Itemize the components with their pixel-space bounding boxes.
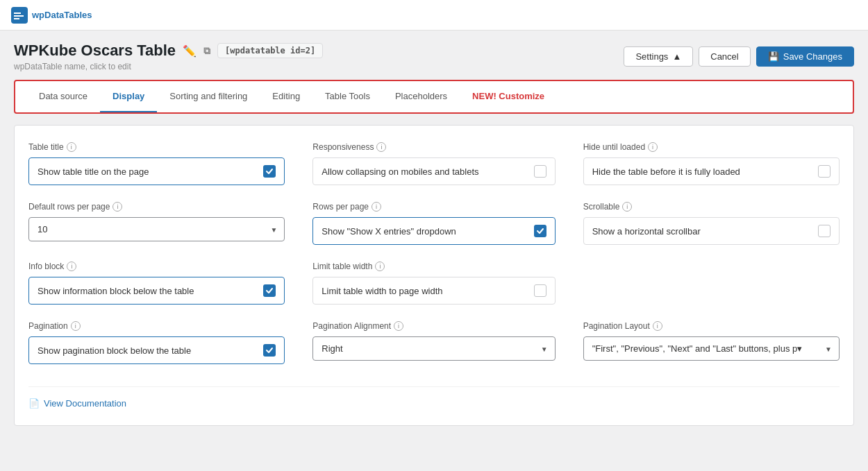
table-title-label: Table title i (28, 142, 285, 152)
main-content: WPKube Oscars Table ✏️ ⧉ [wpdatatable id… (0, 31, 868, 437)
info-block-checkbox[interactable] (263, 284, 276, 297)
hide-until-loaded-checkbox[interactable] (818, 165, 831, 178)
logo-icon (11, 7, 28, 24)
page-title-section: WPKube Oscars Table ✏️ ⧉ [wpdatatable id… (14, 42, 624, 71)
hide-until-loaded-col: Hide until loaded i Hide the table befor… (569, 142, 840, 202)
pagination-layout-select[interactable]: "First", "Previous", "Next" and "Last" b… (584, 337, 839, 360)
settings-label: Settings (635, 51, 668, 62)
page-subtitle: wpDataTable name, click to edit (14, 62, 624, 71)
limit-table-width-checkbox[interactable] (534, 284, 546, 297)
tabs-container: Data source Display Sorting and filterin… (14, 80, 854, 114)
tab-data-source[interactable]: Data source (26, 81, 100, 112)
responsiveness-value: Allow collapsing on mobiles and tablets (322, 166, 526, 177)
cancel-label: Cancel (710, 51, 738, 62)
svg-rect-1 (14, 12, 21, 14)
table-title-field: Table title i Show table title on the pa… (28, 142, 285, 185)
info-block-field: Info block i Show information block belo… (28, 262, 285, 305)
info-block-label: Info block i (28, 262, 285, 271)
save-button[interactable]: 💾 Save Changes (756, 46, 854, 67)
hide-until-loaded-field: Hide until loaded i Hide the table befor… (583, 142, 840, 185)
limit-table-width-row: Limit table width to page width (312, 277, 555, 305)
info-block-info-icon[interactable]: i (67, 262, 76, 271)
rows-per-page-checkbox[interactable] (534, 225, 546, 237)
pagination-field: Pagination i Show pagination block below… (28, 321, 285, 364)
scrollable-col: Scrollable i Show a horizontal scrollbar (569, 202, 840, 262)
rows-per-page-field: Rows per page i Show "Show X entries" dr… (312, 202, 555, 245)
settings-row-4: Pagination i Show pagination block below… (28, 321, 840, 381)
default-rows-field: Default rows per page i 10 ▼ (28, 202, 285, 241)
settings-button[interactable]: Settings ▲ (624, 46, 693, 67)
save-icon: 💾 (768, 51, 779, 62)
rows-per-page-label: Rows per page i (312, 202, 555, 212)
tab-placeholders[interactable]: Placeholders (383, 81, 460, 112)
pagination-alignment-field: Pagination Alignment i Right Left Center… (312, 321, 555, 361)
limit-table-width-col: Limit table width i Limit table width to… (299, 262, 569, 321)
svg-rect-2 (14, 15, 24, 17)
page-title-row: WPKube Oscars Table ✏️ ⧉ [wpdatatable id… (14, 42, 624, 60)
table-title-checkbox[interactable] (263, 165, 276, 178)
responsiveness-info-icon[interactable]: i (376, 142, 386, 152)
rows-per-page-info-icon[interactable]: i (372, 202, 381, 212)
rows-per-page-row: Show "Show X entries" dropdown (312, 217, 555, 245)
pagination-info-icon[interactable]: i (71, 321, 81, 331)
rows-per-page-value: Show "Show X entries" dropdown (322, 226, 533, 237)
tabs: Data source Display Sorting and filterin… (15, 81, 853, 112)
table-title-value: Show table title on the page (37, 166, 256, 177)
info-block-value: Show information block below the table (37, 286, 256, 296)
responsiveness-label: Responsiveness i (312, 142, 555, 152)
chevron-up-icon: ▲ (672, 51, 681, 62)
scrollable-checkbox[interactable] (818, 225, 831, 237)
doc-link[interactable]: 📄 View Documentation (28, 386, 840, 409)
pagination-alignment-select[interactable]: Right Left Center (313, 337, 554, 360)
limit-table-width-value: Limit table width to page width (322, 286, 526, 296)
responsiveness-field: Responsiveness i Allow collapsing on mob… (312, 142, 555, 185)
copy-icon[interactable]: ⧉ (203, 45, 210, 57)
info-block-col: Info block i Show information block belo… (28, 262, 299, 321)
default-rows-col: Default rows per page i 10 ▼ (28, 202, 299, 262)
table-title-col: Table title i Show table title on the pa… (28, 142, 299, 202)
responsiveness-checkbox[interactable] (534, 165, 546, 178)
responsiveness-row: Allow collapsing on mobiles and tablets (312, 157, 555, 185)
tab-table-tools[interactable]: Table Tools (312, 81, 383, 112)
edit-title-icon[interactable]: ✏️ (183, 44, 197, 58)
default-rows-select-wrapper: 10 ▼ (28, 217, 285, 241)
hide-until-loaded-value: Hide the table before it is fully loaded (592, 166, 811, 177)
header-actions: Settings ▲ Cancel 💾 Save Changes (624, 46, 854, 67)
hide-until-loaded-label: Hide until loaded i (583, 142, 840, 152)
pagination-alignment-info-icon[interactable]: i (394, 321, 403, 331)
default-rows-label: Default rows per page i (28, 202, 285, 212)
scrollable-row: Show a horizontal scrollbar (583, 217, 840, 245)
table-title-info-icon[interactable]: i (67, 142, 76, 152)
scrollable-info-icon[interactable]: i (622, 202, 632, 212)
default-rows-info-icon[interactable]: i (112, 202, 122, 212)
cancel-button[interactable]: Cancel (699, 46, 750, 67)
pagination-layout-select-wrapper: "First", "Previous", "Next" and "Last" b… (583, 336, 840, 361)
page-header: WPKube Oscars Table ✏️ ⧉ [wpdatatable id… (14, 42, 854, 71)
hide-until-loaded-info-icon[interactable]: i (648, 142, 658, 152)
page-title: WPKube Oscars Table (14, 42, 176, 60)
default-rows-select[interactable]: 10 (29, 218, 284, 241)
tab-editing[interactable]: Editing (260, 81, 312, 112)
limit-table-width-label: Limit table width i (312, 262, 555, 271)
empty-col-3 (569, 262, 840, 321)
info-block-row: Show information block below the table (28, 277, 285, 305)
svg-rect-3 (14, 18, 19, 19)
brand-name: wpDataTables (32, 10, 92, 20)
hide-until-loaded-row: Hide the table before it is fully loaded (583, 157, 840, 185)
pagination-layout-info-icon[interactable]: i (653, 321, 662, 331)
tab-sorting[interactable]: Sorting and filtering (157, 81, 260, 112)
pagination-checkbox[interactable] (263, 344, 276, 357)
shortcode-badge: [wpdatatable id=2] (217, 43, 323, 58)
responsiveness-col: Responsiveness i Allow collapsing on mob… (299, 142, 569, 202)
tab-display[interactable]: Display (100, 81, 157, 112)
top-bar: wpDataTables (0, 0, 868, 31)
limit-table-width-info-icon[interactable]: i (375, 262, 385, 271)
pagination-col: Pagination i Show pagination block below… (28, 321, 299, 381)
tab-customize[interactable]: NEW! Customize (460, 81, 557, 112)
pagination-row: Show pagination block below the table (28, 336, 285, 364)
doc-link-label: View Documentation (44, 398, 126, 409)
pagination-label: Pagination i (28, 321, 285, 331)
pagination-alignment-label: Pagination Alignment i (312, 321, 555, 331)
table-title-row: Show table title on the page (28, 157, 285, 185)
settings-row-2: Default rows per page i 10 ▼ Rows per pa (28, 202, 840, 262)
